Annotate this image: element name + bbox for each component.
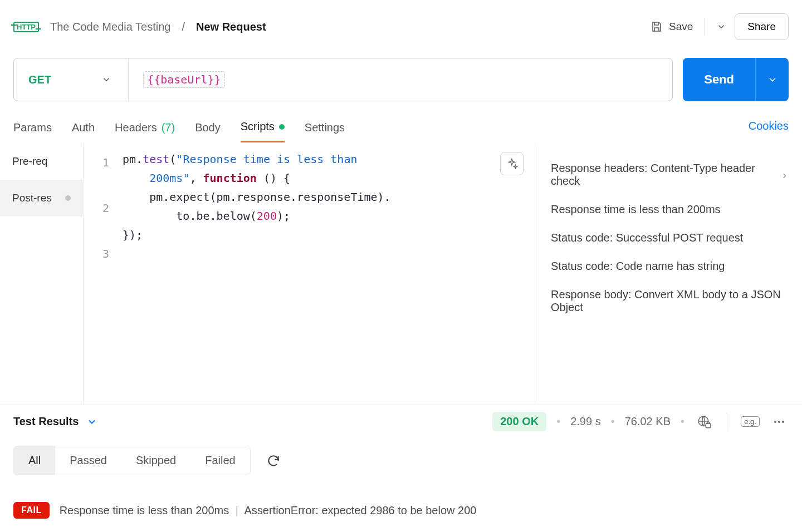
http-icon: HTTP [13, 22, 39, 32]
code-token: 200ms" [149, 171, 189, 185]
request-tabs: Params Auth Headers (7) Body Scripts Set… [0, 111, 802, 143]
code-content[interactable]: pm.test("Response time is less than 200m… [117, 143, 535, 405]
header: HTTP The Code Media Testing / New Reques… [0, 0, 802, 53]
cookies-link[interactable]: Cookies [749, 120, 789, 139]
code-editor[interactable]: 1 2 3 pm.test("Response time is less tha… [84, 143, 535, 405]
snippet-label: Response time is less than 200ms [551, 203, 721, 216]
code-token: .expect( [163, 190, 216, 204]
test-name: Response time is less than 200ms [60, 504, 229, 516]
code-token: . [136, 152, 143, 166]
code-token: }); [123, 228, 143, 242]
breadcrumb-parent[interactable]: The Code Media Testing [50, 21, 170, 33]
code-token: ); [277, 209, 290, 223]
separator: • [611, 415, 615, 428]
send-group: Send [683, 58, 789, 101]
tab-headers[interactable]: Headers (7) [115, 116, 175, 142]
snippet-item[interactable]: Response body: Convert XML body to a JSO… [551, 280, 786, 322]
script-editor-area: Pre-req Post-res 1 2 3 pm.test("Response… [0, 143, 802, 405]
filter-failed[interactable]: Failed [190, 446, 250, 475]
chevron-down-icon [767, 74, 778, 85]
sidebar-item-pre-request[interactable]: Pre-req [0, 143, 83, 180]
separator [727, 413, 727, 431]
status-badge: 200 OK [492, 412, 546, 431]
save-example-button[interactable]: e.g. [741, 414, 760, 430]
url-box: GET {{baseUrl}} [13, 58, 673, 101]
more-actions-button[interactable] [770, 414, 789, 430]
headers-count: (7) [162, 121, 175, 134]
save-button[interactable]: Save [650, 20, 693, 33]
send-button[interactable]: Send [683, 58, 755, 101]
tab-body[interactable]: Body [195, 116, 221, 142]
page-title: New Request [196, 21, 266, 33]
code-token: test [143, 152, 169, 166]
chevron-down-icon [101, 75, 111, 85]
line-number: 1 [84, 150, 117, 175]
snippet-label: Response body: Convert XML body to a JSO… [551, 288, 786, 314]
method-select[interactable]: GET [14, 73, 128, 86]
chevron-down-icon [86, 416, 97, 427]
code-token: pm [217, 190, 230, 204]
url-variable: {{baseUrl}} [143, 71, 224, 88]
results-filter: All Passed Skipped Failed [13, 446, 251, 475]
tab-headers-label: Headers [115, 121, 157, 134]
tab-scripts[interactable]: Scripts [241, 116, 285, 142]
snippet-item[interactable]: Response time is less than 200ms [551, 195, 786, 224]
code-token: ( [169, 152, 176, 166]
results-filter-row: All Passed Skipped Failed [0, 438, 802, 483]
separator: • [681, 415, 684, 428]
snippet-label: Status code: Code name has string [551, 260, 725, 273]
request-url-row: GET {{baseUrl}} Send [0, 53, 802, 111]
line-number: 2 [84, 195, 117, 221]
separator [704, 18, 705, 36]
snippet-item[interactable]: Response headers: Content-Type header ch… [551, 154, 786, 195]
share-button[interactable]: Share [735, 13, 789, 40]
fail-badge: FAIL [13, 502, 50, 519]
code-token: "Response time is less than [176, 152, 364, 166]
refresh-icon [266, 454, 281, 468]
svg-rect-1 [706, 423, 711, 428]
filter-all[interactable]: All [14, 446, 55, 475]
sidebar-item-post-response[interactable]: Post-res [0, 180, 83, 216]
ai-assist-button[interactable] [500, 152, 524, 175]
filter-passed[interactable]: Passed [55, 446, 121, 475]
url-input[interactable]: {{baseUrl}} [129, 73, 239, 86]
refresh-button[interactable] [264, 453, 283, 469]
snippet-list[interactable]: Response headers: Content-Type header ch… [535, 143, 802, 405]
chevron-right-icon: › [783, 169, 786, 181]
script-phase-sidebar: Pre-req Post-res [0, 143, 84, 405]
sparkle-icon [506, 157, 518, 170]
code-token: () { [257, 171, 290, 185]
test-results-header: Test Results 200 OK • 2.99 s • 76.02 KB … [0, 405, 802, 438]
line-gutter: 1 2 3 [84, 143, 117, 405]
code-token: function [203, 171, 257, 185]
filter-skipped[interactable]: Skipped [121, 446, 190, 475]
code-token: , [189, 171, 203, 185]
snippet-label: Status code: Successful POST request [551, 231, 743, 244]
results-label: Test Results [13, 415, 79, 428]
snippet-label: Response headers: Content-Type header ch… [551, 162, 783, 188]
separator: | [236, 504, 238, 516]
globe-lock-icon [697, 415, 711, 429]
save-more-button[interactable] [716, 21, 727, 32]
send-more-button[interactable] [755, 58, 789, 101]
save-icon [650, 20, 663, 33]
results-toggle[interactable]: Test Results [13, 415, 97, 428]
code-token: pm [123, 190, 163, 204]
chevron-down-icon [716, 22, 726, 32]
snippet-item[interactable]: Status code: Code name has string [551, 252, 786, 280]
tab-settings[interactable]: Settings [305, 116, 345, 142]
snippet-item[interactable]: Status code: Successful POST request [551, 224, 786, 252]
code-token: to.be.below( [123, 209, 257, 223]
save-label: Save [669, 21, 693, 33]
network-info-button[interactable] [695, 414, 713, 430]
modified-dot-icon [279, 124, 285, 130]
test-result-row: FAIL Response time is less than 200ms | … [0, 483, 802, 532]
tab-auth[interactable]: Auth [72, 116, 95, 142]
response-size: 76.02 KB [625, 415, 671, 428]
sidebar-item-label: Post-res [12, 192, 52, 204]
tab-scripts-label: Scripts [241, 120, 275, 133]
test-result-text: Response time is less than 200ms | Asser… [60, 504, 477, 517]
svg-point-3 [778, 421, 780, 423]
tab-params[interactable]: Params [13, 116, 52, 142]
response-meta: 200 OK • 2.99 s • 76.02 KB • e.g. [492, 412, 789, 431]
